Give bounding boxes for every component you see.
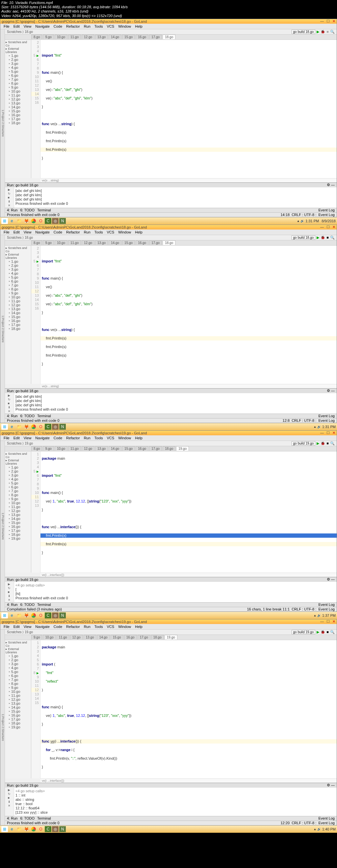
menu-refactor[interactable]: Refactor: [65, 624, 81, 629]
camtasia-icon[interactable]: C: [45, 218, 51, 224]
tab-16.go[interactable]: 16.go: [136, 446, 148, 451]
menu-refactor[interactable]: Refactor: [65, 230, 81, 235]
tree-item[interactable]: 14.go: [6, 705, 30, 709]
menu-help[interactable]: Help: [134, 230, 144, 235]
tree-item[interactable]: 6.go: [6, 674, 30, 678]
tree-item[interactable]: 17.go: [6, 717, 30, 721]
tree-item[interactable]: 8.go: [6, 81, 30, 85]
menu-tools[interactable]: Tools: [93, 624, 104, 629]
menu-edit[interactable]: Edit: [12, 230, 21, 235]
menu-file[interactable]: File: [2, 230, 11, 235]
menu-tools[interactable]: Tools: [93, 24, 104, 29]
tab-11.go[interactable]: 11.go: [57, 635, 69, 640]
menu-refactor[interactable]: Refactor: [65, 436, 81, 440]
tree-item[interactable]: 6.go: [6, 73, 30, 78]
menu-run[interactable]: Run: [82, 230, 92, 235]
tab-15.go[interactable]: 15.go: [110, 635, 124, 640]
menu-window[interactable]: Window: [117, 230, 132, 235]
tab-10.go[interactable]: 10.go: [55, 446, 67, 451]
tree-item[interactable]: 14.go: [6, 311, 30, 315]
tab-12.go[interactable]: 12.go: [81, 35, 95, 39]
menu-navigate[interactable]: Navigate: [34, 24, 51, 29]
gear-icon[interactable]: ⚙ —: [327, 183, 335, 187]
tree-item[interactable]: 3.go: [6, 268, 30, 271]
tree-item[interactable]: 10.go: [6, 89, 30, 93]
tree-item[interactable]: 15.go: [6, 709, 30, 713]
tab-16.go[interactable]: 16.go: [136, 240, 148, 245]
opera-icon[interactable]: O: [37, 218, 44, 224]
menu-vcs[interactable]: VCS: [106, 24, 116, 29]
menu-window[interactable]: Window: [117, 624, 132, 629]
tree-item[interactable]: 4.go: [6, 666, 30, 670]
run-config-selector[interactable]: go build 18.go: [292, 30, 315, 34]
tree-item[interactable]: 11.go: [6, 505, 30, 509]
tree-item[interactable]: 17.go: [6, 528, 30, 532]
tab-9.go[interactable]: 9.go: [43, 240, 54, 245]
tree-item[interactable]: 11.go: [6, 299, 30, 303]
explorer-icon[interactable]: 📁: [16, 218, 22, 224]
tree-item[interactable]: 3.go: [6, 473, 30, 477]
tree-item[interactable]: 16.go: [6, 319, 30, 323]
tab-16.go[interactable]: 16.go: [136, 35, 148, 39]
tab-13.go[interactable]: 13.go: [95, 35, 108, 39]
tab-18.go[interactable]: 18.go: [163, 35, 175, 39]
menu-view[interactable]: View: [22, 230, 33, 235]
tree-item[interactable]: 4.go: [6, 271, 30, 275]
menu-file[interactable]: File: [2, 24, 11, 29]
menu-file[interactable]: File: [2, 436, 11, 440]
code-editor[interactable]: import "fmt" func main() { ve() ve(s:"ab…: [40, 40, 337, 178]
tree-item[interactable]: 14.go: [6, 517, 30, 521]
stop-icon[interactable]: ■: [327, 30, 329, 34]
bottom-toolwindow-tabs[interactable]: 4: Run6: TODOTerminalEvent Log: [5, 208, 337, 212]
tree-item[interactable]: 14.go: [6, 105, 30, 109]
tree-item[interactable]: 2.go: [6, 264, 30, 268]
tree-item[interactable]: 17.go: [6, 323, 30, 327]
minimize-icon[interactable]: —: [320, 19, 324, 23]
menu-code[interactable]: Code: [52, 230, 64, 235]
start-icon[interactable]: ⊞: [1, 218, 8, 224]
tree-item[interactable]: 8.go: [6, 493, 30, 497]
maximize-icon[interactable]: ☐: [327, 19, 330, 23]
tree-item[interactable]: 1.go: [6, 259, 30, 264]
tree-item[interactable]: 5.go: [6, 481, 30, 485]
tab-17.go[interactable]: 17.go: [149, 446, 162, 451]
search-icon[interactable]: 🔍: [330, 30, 335, 34]
tree-item[interactable]: 5.go: [6, 670, 30, 674]
tree-item[interactable]: 9.go: [6, 497, 30, 501]
tree-item[interactable]: 13.go: [6, 513, 30, 517]
tree-item[interactable]: 15.go: [6, 109, 30, 113]
tab-12.go[interactable]: 12.go: [81, 240, 95, 245]
menu-navigate[interactable]: Navigate: [34, 624, 51, 629]
menu-tools[interactable]: Tools: [93, 230, 104, 235]
windows-taskbar[interactable]: ⊞e📁🦊OC◎N ▲ 🔊 1:40 PM: [0, 826, 337, 833]
tree-item[interactable]: 1.go: [6, 54, 30, 58]
firefox-icon[interactable]: 🦊: [23, 218, 30, 224]
menu-code[interactable]: Code: [52, 24, 64, 29]
tree-item[interactable]: 10.go: [6, 295, 30, 299]
tab-9.go[interactable]: 9.go: [43, 35, 54, 39]
menu-vcs[interactable]: VCS: [106, 230, 116, 235]
menu-navigate[interactable]: Navigate: [34, 230, 51, 235]
titlebar[interactable]: gopgms [C:\gopgms] - C:\Users\AdminPC\Go…: [0, 19, 337, 24]
tree-item[interactable]: 6.go: [6, 279, 30, 283]
tree-item[interactable]: 19.go: [6, 536, 30, 540]
tab-14.go[interactable]: 14.go: [109, 240, 122, 245]
tab-12.go[interactable]: 12.go: [81, 446, 95, 451]
tree-item[interactable]: 2.go: [6, 658, 30, 662]
notepad-icon[interactable]: N: [59, 218, 66, 224]
tree-item[interactable]: 13.go: [6, 702, 30, 705]
run-toolbar[interactable]: ▶↻■⬇✕: [5, 187, 14, 208]
menu-view[interactable]: View: [22, 436, 33, 440]
menu-refactor[interactable]: Refactor: [65, 24, 81, 29]
tab-8.go[interactable]: 8.go: [31, 240, 42, 245]
tree-item[interactable]: 11.go: [6, 693, 30, 698]
tree-item[interactable]: 2.go: [6, 469, 30, 473]
menu-view[interactable]: View: [22, 24, 33, 29]
menu-window[interactable]: Window: [117, 436, 132, 440]
windows-taskbar[interactable]: ⊞e📁🦊OC◎N ▲ 🔊 1:31 PM: [0, 423, 337, 430]
tree-item[interactable]: 16.go: [6, 525, 30, 528]
tab-10.go[interactable]: 10.go: [55, 240, 67, 245]
tree-item[interactable]: 18.go: [6, 532, 30, 536]
tab-11.go[interactable]: 11.go: [68, 446, 81, 451]
tree-item[interactable]: 2.go: [6, 58, 30, 62]
